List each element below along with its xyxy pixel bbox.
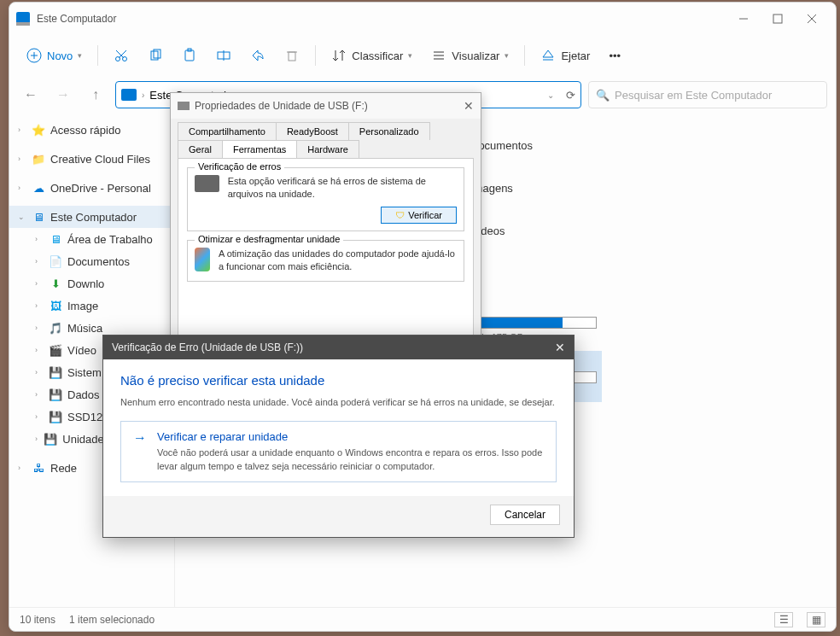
tab-general[interactable]: Geral xyxy=(178,140,223,158)
drive-icon xyxy=(195,175,219,192)
chevron-down-icon[interactable]: ⌄ xyxy=(547,90,554,100)
dialog-titlebar[interactable]: Propriedades de Unidade de USB (F:) ✕ xyxy=(171,93,481,119)
minimize-button[interactable] xyxy=(726,6,761,32)
error-check-dialog: Verificação de Erro (Unidade de USB (F:)… xyxy=(102,335,575,538)
share-icon xyxy=(250,48,265,63)
cancel-button[interactable]: Cancelar xyxy=(490,505,560,525)
folder-icon: 📁 xyxy=(32,152,45,166)
sidebar-item-downloads[interactable]: ›⬇Downlo xyxy=(9,272,174,295)
forward-button[interactable]: → xyxy=(50,82,76,108)
share-button[interactable] xyxy=(242,43,274,68)
drive-icon: 💾 xyxy=(49,365,62,379)
verify-repair-action[interactable]: → Verificar e reparar unidade Você não p… xyxy=(120,421,557,482)
video-icon: 🎬 xyxy=(49,343,62,357)
shield-icon: 🛡 xyxy=(395,210,405,220)
download-icon: ⬇ xyxy=(49,277,62,290)
cut-button[interactable] xyxy=(105,43,137,68)
maximize-button[interactable] xyxy=(761,6,795,32)
plus-circle-icon xyxy=(26,48,42,63)
svg-rect-13 xyxy=(185,50,194,61)
network-icon: 🖧 xyxy=(32,461,45,475)
chevron-right-icon: › xyxy=(142,90,144,100)
document-icon: 📄 xyxy=(49,254,62,268)
dialog-description: Nenhum erro encontrado nesta unidade. Vo… xyxy=(120,396,557,409)
sidebar-item-onedrive[interactable]: ›☁OneDrive - Personal xyxy=(9,177,174,199)
cloud-icon: ☁ xyxy=(32,181,45,195)
details-view-button[interactable]: ☰ xyxy=(774,612,793,627)
chevron-down-icon: ▾ xyxy=(505,51,509,60)
tab-readyboost[interactable]: ReadyBoost xyxy=(276,122,349,140)
paste-button[interactable] xyxy=(173,43,206,68)
window-title: Este Computador xyxy=(37,13,116,25)
defrag-section: Otimizar e desfragmentar unidade A otimi… xyxy=(187,240,464,282)
chevron-down-icon: ▾ xyxy=(78,51,82,60)
verify-button[interactable]: 🛡 Verificar xyxy=(381,207,457,224)
search-icon: 🔍 xyxy=(596,89,610,102)
svg-rect-1 xyxy=(773,15,782,23)
statusbar: 10 itens 1 item selecionado ☰ ▦ xyxy=(9,607,836,631)
desktop-icon: 🖥 xyxy=(49,232,62,246)
refresh-icon[interactable]: ⟳ xyxy=(566,89,575,102)
titlebar: Este Computador xyxy=(9,3,836,35)
tab-custom[interactable]: Personalizado xyxy=(348,122,430,140)
usb-icon: 💾 xyxy=(44,432,57,446)
monitor-icon: 🖥 xyxy=(32,210,45,224)
this-pc-icon xyxy=(121,89,137,101)
rename-button[interactable] xyxy=(207,43,240,68)
arrow-right-icon: → xyxy=(133,430,147,473)
view-icon xyxy=(431,48,446,63)
selection-count: 1 item selecionado xyxy=(69,614,155,626)
view-button[interactable]: Visualizar ▾ xyxy=(423,43,517,68)
eject-button[interactable]: Ejetar xyxy=(532,43,598,68)
drive-icon xyxy=(178,102,190,110)
sidebar-item-this-pc[interactable]: ⌄🖥Este Computador xyxy=(9,206,174,228)
drive-icon: 💾 xyxy=(49,388,62,401)
music-icon: 🎵 xyxy=(49,321,62,335)
sort-icon xyxy=(331,48,347,63)
delete-button[interactable] xyxy=(276,43,308,68)
up-button[interactable]: ↑ xyxy=(83,82,108,108)
sidebar-item-images[interactable]: ›🖼Image xyxy=(9,295,174,317)
star-icon: ⭐ xyxy=(32,123,45,137)
scissors-icon xyxy=(114,48,129,63)
icons-view-button[interactable]: ▦ xyxy=(807,612,825,627)
dialog-titlebar[interactable]: Verificação de Erro (Unidade de USB (F:)… xyxy=(103,336,574,359)
image-icon: 🖼 xyxy=(49,299,62,312)
item-count: 10 itens xyxy=(20,614,55,626)
search-input[interactable]: 🔍 Pesquisar em Este Computador xyxy=(588,81,827,108)
eject-icon xyxy=(540,48,556,63)
toolbar: Novo ▾ Classificar ▾ Visualizar ▾ Ejetar… xyxy=(9,35,836,76)
rename-icon xyxy=(216,48,231,63)
tab-sharing[interactable]: Compartilhamento xyxy=(178,122,277,140)
svg-marker-24 xyxy=(543,50,553,57)
back-button[interactable]: ← xyxy=(18,82,44,108)
paste-icon xyxy=(182,48,197,63)
sidebar-item-creative-cloud[interactable]: ›📁Creative Cloud Files xyxy=(9,148,174,170)
svg-rect-17 xyxy=(289,52,295,61)
error-check-section: Verificação de erros Esta opção verifica… xyxy=(187,167,464,231)
trash-icon xyxy=(284,48,300,63)
sort-button[interactable]: Classificar ▾ xyxy=(323,43,421,68)
sidebar-item-documents[interactable]: ›📄Documentos xyxy=(9,250,174,272)
sidebar-item-desktop[interactable]: ›🖥Área de Trabalho xyxy=(9,228,174,250)
search-placeholder: Pesquisar em Este Computador xyxy=(615,89,772,102)
close-button[interactable]: ✕ xyxy=(555,341,565,354)
dialog-heading: Não é preciso verificar esta unidade xyxy=(120,373,557,388)
this-pc-icon xyxy=(16,12,30,26)
close-button[interactable] xyxy=(795,6,829,32)
copy-icon xyxy=(148,48,163,63)
copy-button[interactable] xyxy=(139,43,172,68)
defrag-icon xyxy=(195,248,210,271)
tab-tools[interactable]: Ferramentas xyxy=(222,140,297,158)
sidebar-item-quick-access[interactable]: ›⭐Acesso rápido xyxy=(9,119,174,141)
more-button[interactable]: ••• xyxy=(600,44,629,67)
close-button[interactable]: ✕ xyxy=(464,99,474,113)
chevron-down-icon: ▾ xyxy=(408,51,412,60)
drive-icon: 💾 xyxy=(49,410,62,423)
tab-hardware[interactable]: Hardware xyxy=(296,140,359,158)
new-button[interactable]: Novo ▾ xyxy=(18,43,90,68)
